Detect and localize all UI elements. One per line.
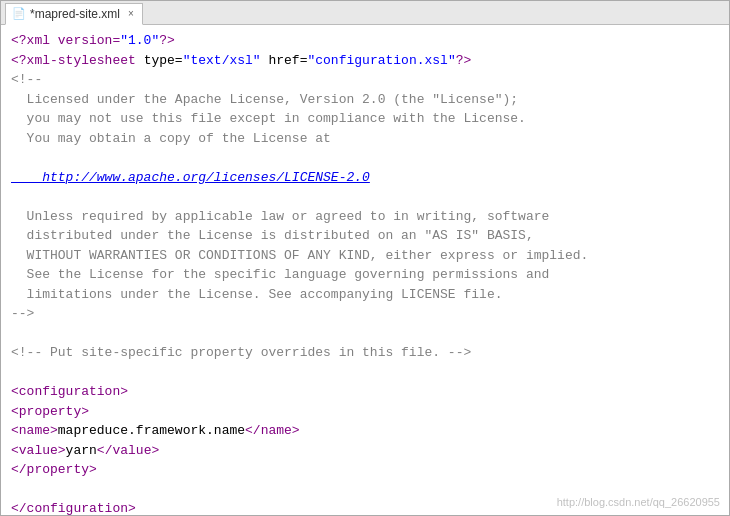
code-span: "text/xsl" xyxy=(183,53,261,68)
code-span xyxy=(11,150,19,165)
code-span: Unless required by applicable law or agr… xyxy=(11,209,549,224)
watermark: http://blog.csdn.net/qq_26620955 xyxy=(557,496,720,508)
code-line: </property> xyxy=(11,460,719,480)
code-span xyxy=(11,189,19,204)
tab-label: *mapred-site.xml xyxy=(30,7,120,21)
code-span: <property> xyxy=(11,404,89,419)
code-line: Unless required by applicable law or agr… xyxy=(11,207,719,227)
code-line: See the License for the specific languag… xyxy=(11,265,719,285)
code-line: <?xml version="1.0"?> xyxy=(11,31,719,51)
tab-bar: 📄 *mapred-site.xml × xyxy=(1,1,729,25)
code-span: yarn xyxy=(66,443,97,458)
code-line: --> xyxy=(11,304,719,324)
code-line: You may obtain a copy of the License at xyxy=(11,129,719,149)
code-line: <!-- Put site-specific property override… xyxy=(11,343,719,363)
code-span: you may not use this file except in comp… xyxy=(11,111,526,126)
code-span: <?xml version= xyxy=(11,33,120,48)
code-span: You may obtain a copy of the License at xyxy=(11,131,331,146)
code-span: <?xml-stylesheet xyxy=(11,53,144,68)
code-span: See the License for the specific languag… xyxy=(11,267,549,282)
code-span: </configuration> xyxy=(11,501,136,515)
code-line xyxy=(11,324,719,344)
code-line: <name>mapreduce.framework.name</name> xyxy=(11,421,719,441)
code-span: </name> xyxy=(245,423,300,438)
code-span: limitations under the License. See accom… xyxy=(11,287,502,302)
code-span: "configuration.xsl" xyxy=(307,53,455,68)
code-line xyxy=(11,363,719,383)
file-icon: 📄 xyxy=(12,7,26,20)
code-span: --> xyxy=(11,306,34,321)
code-line: WITHOUT WARRANTIES OR CONDITIONS OF ANY … xyxy=(11,246,719,266)
code-line: you may not use this file except in comp… xyxy=(11,109,719,129)
code-line xyxy=(11,148,719,168)
code-span: </property> xyxy=(11,462,97,477)
code-span: Licensed under the Apache License, Versi… xyxy=(11,92,518,107)
code-span: href= xyxy=(261,53,308,68)
code-span: </value> xyxy=(97,443,159,458)
code-line: limitations under the License. See accom… xyxy=(11,285,719,305)
code-line: <?xml-stylesheet type="text/xsl" href="c… xyxy=(11,51,719,71)
code-span: <!-- Put site-specific property override… xyxy=(11,345,471,360)
code-line: <configuration> xyxy=(11,382,719,402)
code-line: http://www.apache.org/licenses/LICENSE-2… xyxy=(11,168,719,188)
code-span: <value> xyxy=(11,443,66,458)
code-line: Licensed under the Apache License, Versi… xyxy=(11,90,719,110)
code-line: distributed under the License is distrib… xyxy=(11,226,719,246)
code-line xyxy=(11,187,719,207)
code-span: <name> xyxy=(11,423,58,438)
code-span: mapreduce.framework.name xyxy=(58,423,245,438)
code-span: distributed under the License is distrib… xyxy=(11,228,534,243)
close-icon[interactable]: × xyxy=(128,8,134,19)
code-line: <value>yarn</value> xyxy=(11,441,719,461)
license-link[interactable]: http://www.apache.org/licenses/LICENSE-2… xyxy=(11,170,370,185)
code-line: <property> xyxy=(11,402,719,422)
code-span: ?> xyxy=(456,53,472,68)
code-span: ?> xyxy=(159,33,175,48)
file-tab[interactable]: 📄 *mapred-site.xml × xyxy=(5,3,143,25)
code-span: "1.0" xyxy=(120,33,159,48)
code-span: type= xyxy=(144,53,183,68)
editor-area: <?xml version="1.0"?> <?xml-stylesheet t… xyxy=(1,25,729,515)
code-span: <configuration> xyxy=(11,384,128,399)
code-span: <!-- xyxy=(11,72,42,87)
code-line: <!-- xyxy=(11,70,719,90)
code-span: WITHOUT WARRANTIES OR CONDITIONS OF ANY … xyxy=(11,248,588,263)
